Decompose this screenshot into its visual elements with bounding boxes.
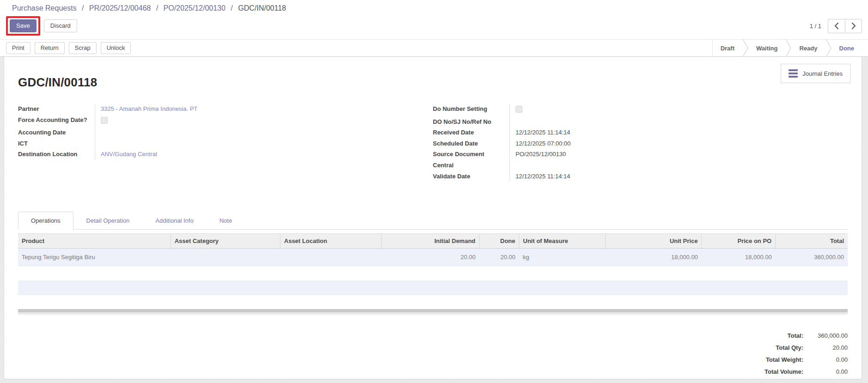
field-value xyxy=(95,138,418,149)
header-actions-row: Save Discard 1 / 1 xyxy=(0,13,868,39)
form-sheet: Journal Entries GDC/IN/00118 Partner3325… xyxy=(4,57,862,379)
journal-entries-button[interactable]: Journal Entries xyxy=(781,64,850,83)
field-row-scheduled-date: Scheduled Date12/12/2025 07:00:00 xyxy=(433,138,848,149)
pager-previous-button[interactable] xyxy=(828,19,845,33)
button-box: Journal Entries xyxy=(781,64,850,83)
column-header-asset-location[interactable]: Asset Location xyxy=(280,234,382,249)
cell-done: 20.00 xyxy=(480,249,519,266)
scrap-button[interactable]: Scrap xyxy=(69,42,97,54)
field-row-ict: ICT xyxy=(18,138,418,149)
field-label: Partner xyxy=(18,103,95,115)
chevron-left-icon xyxy=(834,23,839,29)
field-value xyxy=(510,116,848,128)
return-button[interactable]: Return xyxy=(35,42,65,54)
document-title: GDC/IN/00118 xyxy=(18,57,848,90)
breadcrumb-item-current: GDC/IN/00118 xyxy=(238,4,286,12)
column-header-unit-of-measure[interactable]: Unit of Measure xyxy=(519,234,606,249)
status-step-draft[interactable]: Draft xyxy=(713,40,742,56)
column-header-product[interactable]: Product xyxy=(18,234,170,249)
totals-block: Total:360,000.00Total Qty:20.00Total Wei… xyxy=(18,330,848,378)
pager-next-button[interactable] xyxy=(845,19,862,33)
breadcrumb-item[interactable]: PO/2025/12/00130 xyxy=(164,4,225,12)
tab-operations[interactable]: Operations xyxy=(18,212,73,230)
breadcrumb-separator: / xyxy=(77,4,89,12)
pager-count: 1 / 1 xyxy=(810,23,821,30)
save-button[interactable]: Save xyxy=(10,19,36,32)
field-label: Force Accounting Date? xyxy=(18,115,95,128)
column-header-unit-price[interactable]: Unit Price xyxy=(606,234,702,249)
totals-row: Total Qty:20.00 xyxy=(776,342,848,354)
field-label: Destination Location xyxy=(18,149,95,160)
field-label: ICT xyxy=(18,138,95,149)
notebook-tabs: OperationsDetail OperationAdditional Inf… xyxy=(18,211,848,230)
totals-label: Total Volume: xyxy=(765,366,803,378)
field-value[interactable]: 3325 - Amanah Prima Indonesia. PT xyxy=(95,103,418,115)
column-header-total[interactable]: Total xyxy=(776,234,848,249)
cell-product: Tepung Terigu Segitiga Biru xyxy=(18,249,170,266)
page-background: Journal Entries GDC/IN/00118 Partner3325… xyxy=(0,57,868,383)
toolbar-buttons: PrintReturnScrapUnlock xyxy=(0,40,131,56)
checkbox-unchecked[interactable] xyxy=(101,117,108,124)
chevron-right-icon xyxy=(851,23,856,29)
totals-row: Total Weight:0.00 xyxy=(766,354,848,366)
field-label: Accounting Date xyxy=(18,127,95,138)
field-row-destination-location: Destination LocationANV/Gudang Central xyxy=(18,149,418,160)
status-step-waiting[interactable]: Waiting xyxy=(748,40,785,56)
field-row-source-document: Source DocumentPO/2025/12/00130 xyxy=(433,149,848,160)
totals-label: Total Qty: xyxy=(776,342,803,354)
field-value[interactable]: ANV/Gudang Central xyxy=(95,149,418,160)
field-row-partner: Partner3325 - Amanah Prima Indonesia. PT xyxy=(18,103,418,115)
cell-unit-price: 18,000.00 xyxy=(606,249,702,266)
field-row-do-number-setting: Do Number Setting xyxy=(433,103,848,116)
column-header-price-on-po[interactable]: Price on PO xyxy=(702,234,776,249)
field-row-received-date: Received Date12/12/2025 11:14:14 xyxy=(433,127,848,138)
field-value: PO/2025/12/00130 xyxy=(510,149,848,160)
breadcrumb-item[interactable]: Purchase Requests xyxy=(12,4,77,12)
column-header-done[interactable]: Done xyxy=(480,234,519,249)
field-group-left: Partner3325 - Amanah Prima Indonesia. PT… xyxy=(18,103,418,182)
empty-list-band xyxy=(18,280,848,295)
totals-value: 20.00 xyxy=(803,342,848,354)
column-header-asset-category[interactable]: Asset Category xyxy=(170,234,280,249)
breadcrumb: Purchase Requests / PR/2025/12/00468 / P… xyxy=(0,0,868,13)
field-value xyxy=(510,103,848,116)
horizontal-scrollbar[interactable] xyxy=(18,309,848,315)
unlock-button[interactable]: Unlock xyxy=(101,42,131,54)
table-row[interactable]: Tepung Terigu Segitiga Biru20.0020.00kg1… xyxy=(18,249,848,266)
statusbar: DraftWaitingReadyDone xyxy=(712,40,868,56)
status-chevron-icon xyxy=(742,40,748,56)
field-value: 12/12/2025 07:00:00 xyxy=(510,138,848,149)
field-row-accounting-date: Accounting Date xyxy=(18,127,418,138)
tab-note[interactable]: Note xyxy=(206,212,245,230)
totals-row: Total Volume:0.00 xyxy=(765,366,848,378)
field-label: Do Number Setting xyxy=(433,103,510,116)
field-value xyxy=(95,127,418,138)
totals-label: Total Weight: xyxy=(766,354,803,366)
status-step-ready[interactable]: Ready xyxy=(791,40,825,56)
totals-value: 360,000.00 xyxy=(803,330,848,342)
field-label: Source Document xyxy=(433,149,510,160)
cell-asset-category xyxy=(170,249,280,266)
pager: 1 / 1 xyxy=(810,19,862,33)
operations-table: ProductAsset CategoryAsset LocationIniti… xyxy=(18,233,848,266)
operations-table-header: ProductAsset CategoryAsset LocationIniti… xyxy=(18,234,848,249)
checkbox-unchecked[interactable] xyxy=(516,106,522,113)
tab-additional-info[interactable]: Additional Info xyxy=(143,212,206,230)
field-label: Validate Date xyxy=(433,171,510,182)
tab-detail-operation[interactable]: Detail Operation xyxy=(73,212,143,230)
totals-label: Total: xyxy=(788,330,803,342)
column-header-initial-demand[interactable]: Initial Demand xyxy=(382,234,480,249)
journal-bars-icon xyxy=(789,69,798,78)
print-button[interactable]: Print xyxy=(6,42,30,54)
status-step-done[interactable]: Done xyxy=(832,40,862,56)
field-row-do-no-sj-no-ref-no: DO No/SJ No/Ref No xyxy=(433,116,848,128)
discard-button[interactable]: Discard xyxy=(44,19,77,32)
field-value: 12/12/2025 11:14:14 xyxy=(510,127,848,138)
totals-value: 0.00 xyxy=(803,354,848,366)
cell-total: 360,000.00 xyxy=(776,249,848,266)
status-chevron-icon xyxy=(826,40,832,56)
cell-price-on-po: 18,000.00 xyxy=(702,249,776,266)
field-row-force-accounting-date: Force Accounting Date? xyxy=(18,115,418,128)
breadcrumb-item[interactable]: PR/2025/12/00468 xyxy=(89,4,151,12)
field-row-central: Central xyxy=(433,160,848,171)
